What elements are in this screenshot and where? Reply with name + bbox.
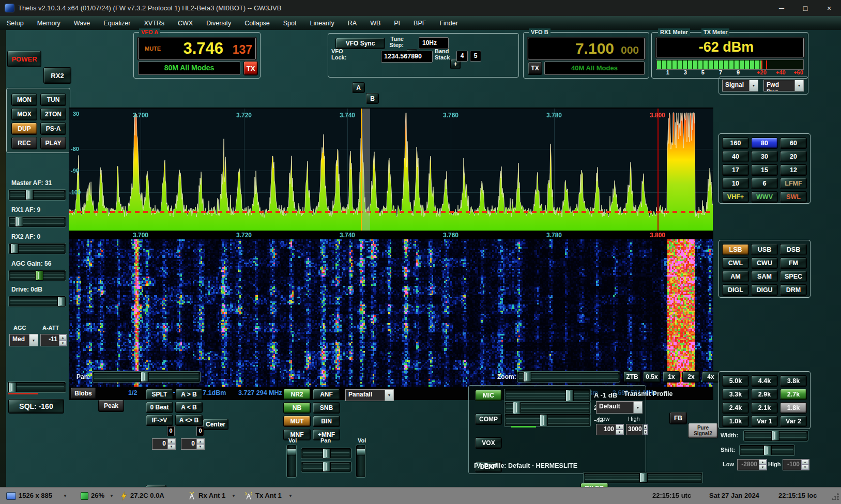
zoom-preset-button[interactable]: ZTB [623, 371, 641, 383]
cpu-usage-status[interactable]: 26% [91, 492, 104, 499]
vfo-a-display[interactable]: MUTE 3.746 137 [138, 38, 256, 59]
pan-mixer-slider[interactable] [301, 448, 351, 459]
split-button[interactable]: 0 Beat [146, 402, 173, 413]
power-button[interactable]: POWER [7, 51, 41, 67]
menu-item[interactable]: BPF [407, 20, 433, 27]
menu-item[interactable]: Diversity [200, 20, 238, 27]
zoom-preset-button[interactable]: 1x [663, 371, 680, 383]
menu-item[interactable]: WB [363, 20, 387, 27]
filter-low-spinner[interactable]: -2800▲▼ [737, 459, 767, 470]
dsp-button[interactable]: BIN [313, 416, 340, 427]
split-button[interactable]: A < B [175, 402, 203, 413]
filter-button[interactable]: 3.8k [780, 375, 807, 387]
band-button[interactable]: 30 [751, 151, 778, 162]
maximize-button[interactable]: □ [793, 0, 817, 16]
mode-button[interactable]: DIGL [722, 284, 749, 296]
menu-item[interactable]: Finder [433, 20, 464, 27]
resolution-status[interactable]: 1526 x 885 [19, 492, 52, 499]
mode-button[interactable]: FM [780, 257, 807, 269]
pan-mixer-slider-2[interactable] [301, 461, 351, 472]
dsp-button[interactable]: NR2 [283, 389, 311, 400]
txrx-button[interactable]: MON [11, 94, 37, 106]
mic-button[interactable]: MIC [475, 390, 502, 401]
squelch-slider[interactable] [7, 381, 66, 393]
menu-item[interactable]: RA [341, 20, 363, 27]
tx-meter-select[interactable]: Fwd Pwr▼ [763, 80, 804, 91]
mode-button[interactable]: AM [722, 271, 749, 282]
mode-button[interactable]: SPEC [780, 271, 807, 282]
rx-antenna-status[interactable]: Rx Ant 1 [198, 492, 225, 499]
split-button[interactable]: IF->V [146, 415, 173, 426]
vfo-b-display[interactable]: 7.100 000 [528, 38, 645, 59]
split-button[interactable]: SPLT [146, 389, 173, 400]
rx-meter-select[interactable]: Signal▼ [722, 80, 758, 91]
filter-high-spinner[interactable]: -100▲▼ [783, 459, 809, 470]
zoom-preset-button[interactable]: 4x [702, 371, 720, 383]
chevron-down-icon[interactable]: ▼ [232, 494, 236, 498]
vol1-slider[interactable] [286, 445, 297, 478]
blobs-button[interactable]: Blobs [70, 387, 96, 400]
txrx-button[interactable]: 2TON [40, 108, 66, 120]
tx-low-spinner[interactable]: 100▲▼ [596, 424, 624, 435]
filter-button[interactable]: 2.9k [751, 389, 778, 400]
menu-item[interactable]: XVTRs [137, 20, 171, 27]
menu-item[interactable]: Spot [277, 20, 303, 27]
zoom-slider[interactable] [517, 371, 620, 383]
zoom-preset-button[interactable]: 2x [682, 371, 700, 383]
band-button[interactable]: 80 [751, 138, 778, 149]
band-button[interactable]: 160 [722, 138, 749, 149]
mode-button[interactable]: SAM [751, 271, 778, 282]
mode-button[interactable]: CWL [722, 257, 749, 269]
menu-item[interactable]: CWX [171, 20, 200, 27]
band-button[interactable]: SWL [780, 191, 807, 203]
txrx-button[interactable]: DUP [11, 123, 37, 135]
filter-button[interactable]: 2.1k [751, 402, 778, 414]
frequency-entry[interactable]: 1234.567890 [381, 51, 433, 63]
vfo-lock-a-button[interactable]: A [352, 82, 365, 93]
band-button[interactable]: LFMF [780, 178, 807, 189]
band-button[interactable]: WWV [751, 191, 778, 203]
txrx-button[interactable]: REC [11, 137, 37, 149]
band-button[interactable]: 20 [780, 151, 807, 162]
vfo-b-tx-button[interactable]: TX [528, 62, 542, 75]
filter-button[interactable]: 2.7k [780, 389, 807, 400]
band-button[interactable]: 17 [722, 164, 749, 176]
xit-spinner[interactable]: 0▲▼ [181, 438, 205, 450]
split-button[interactable]: A <> B [175, 415, 203, 426]
mode-button[interactable]: DIGU [751, 284, 778, 296]
mode-button[interactable]: DSB [780, 244, 807, 255]
filter-shift-slider[interactable] [739, 445, 795, 456]
menu-item[interactable]: Wave [67, 20, 97, 27]
peak-detect-button[interactable]: Peak [98, 400, 124, 412]
comp-slider[interactable] [504, 401, 591, 415]
menu-item[interactable]: Linearity [303, 20, 341, 27]
filter-button[interactable]: 3.3k [722, 389, 749, 400]
mode-button[interactable]: DRM [780, 284, 807, 296]
menu-item[interactable]: Setup [0, 20, 30, 27]
vox-slider[interactable] [504, 414, 591, 427]
dsp-button[interactable]: MNF [283, 429, 311, 440]
center-button[interactable]: Center [203, 419, 228, 430]
transmit-profile-select[interactable]: Default▼ [596, 401, 643, 414]
band-button[interactable]: 60 [780, 138, 807, 149]
band-stack-4[interactable]: 4 [456, 51, 468, 62]
menu-item[interactable]: Collapse [238, 20, 277, 27]
vox-button[interactable]: VOX [475, 437, 502, 449]
mini-slider[interactable] [583, 472, 703, 483]
band-stack-5[interactable]: 5 [470, 51, 481, 62]
filter-button[interactable]: 2.4k [722, 402, 749, 414]
vfo-a-tx-button[interactable]: TX [243, 61, 258, 75]
rx2-af-slider[interactable] [8, 243, 66, 254]
filter-button[interactable]: 1.0k [722, 416, 749, 427]
menu-item[interactable]: Memory [30, 20, 67, 27]
display-mode-select[interactable]: Panafall▼ [345, 389, 394, 401]
pure-signal-button[interactable]: Pure Signal2 [688, 423, 718, 438]
band-button[interactable]: 12 [780, 164, 807, 176]
agc-select[interactable]: Med▼ [9, 334, 38, 346]
rit-spinner[interactable]: 0▲▼ [152, 438, 176, 450]
drive-slider[interactable] [8, 296, 66, 307]
filter-button[interactable]: Var 1 [751, 416, 778, 427]
filter-button[interactable]: 1.8k [780, 402, 807, 414]
mode-button[interactable]: CWU [751, 257, 778, 269]
rx2-button[interactable]: RX2 [43, 67, 71, 84]
